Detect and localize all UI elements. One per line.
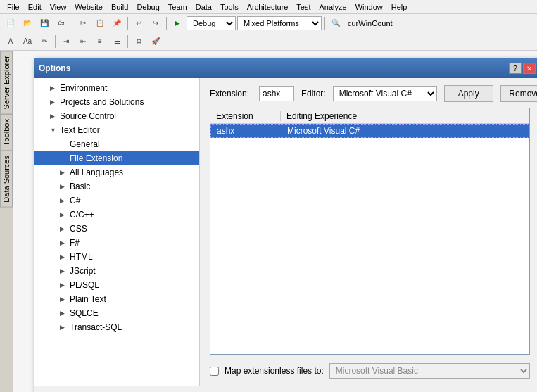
cut-btn[interactable]: ✂ xyxy=(75,15,91,31)
table-row[interactable]: ashx Microsoft Visual C# xyxy=(210,124,529,138)
menu-debug[interactable]: Debug xyxy=(132,3,163,11)
apply-button[interactable]: Apply xyxy=(444,85,493,102)
right-panel: Extension: Editor: Microsoft Visual C# M… xyxy=(200,78,537,386)
table-cell-editor: Microsoft Visual C# xyxy=(282,126,529,136)
tree-label-css: CSS xyxy=(70,224,87,234)
copy-btn[interactable]: 📋 xyxy=(92,15,108,31)
tree-item-source-control[interactable]: ▶ Source Control xyxy=(34,109,199,123)
menu-data[interactable]: Data xyxy=(191,3,216,11)
tree-label-jscript: JScript xyxy=(70,266,96,276)
tree-item-cpp[interactable]: ▶ C/C++ xyxy=(34,208,199,222)
dialog-buttons: OK Cancel xyxy=(34,386,537,392)
menu-tools[interactable]: Tools xyxy=(216,3,243,11)
options-dialog: Options ? ✕ ▶ Environment ▶ Projects and… xyxy=(34,58,537,392)
arrow-transact-sql: ▶ xyxy=(60,324,70,331)
open-btn[interactable]: 📂 xyxy=(20,15,35,31)
toolbar-row-1: 📄 📂 💾 🗂 ✂ 📋 📌 ↩ ↪ ▶ Debug Mixed Platform… xyxy=(0,14,537,32)
tree-label-cpp: C/C++ xyxy=(70,210,94,220)
arrow-basic: ▶ xyxy=(60,183,70,190)
tree-item-transact-sql[interactable]: ▶ Transact-SQL xyxy=(34,320,199,334)
menu-bar: File Edit View Website Build Debug Team … xyxy=(0,0,537,14)
menu-test[interactable]: Test xyxy=(292,3,315,11)
tree-item-all-languages[interactable]: ▶ All Languages xyxy=(34,165,199,179)
save-all-btn[interactable]: 🗂 xyxy=(53,15,69,31)
deploy-btn[interactable]: 🚀 xyxy=(148,34,163,49)
left-panels: Server Explorer Toolbox Data Sources xyxy=(0,51,13,392)
toolbox-tab[interactable]: Toolbox xyxy=(0,114,13,151)
extension-input[interactable] xyxy=(259,86,294,101)
outdent-btn[interactable]: ⇤ xyxy=(75,34,91,49)
tree-item-projects-solutions[interactable]: ▶ Projects and Solutions xyxy=(34,95,199,109)
menu-help[interactable]: Help xyxy=(387,3,412,11)
menu-analyze[interactable]: Analyze xyxy=(315,3,351,11)
tree-item-jscript[interactable]: ▶ JScript xyxy=(34,264,199,278)
menu-team[interactable]: Team xyxy=(164,3,191,11)
dialog-help-btn[interactable]: ? xyxy=(509,63,522,74)
data-sources-tab[interactable]: Data Sources xyxy=(0,151,13,208)
editor-dropdown[interactable]: Microsoft Visual C# Microsoft Visual Bas… xyxy=(333,86,437,101)
tree-label-all-languages: All Languages xyxy=(70,167,123,177)
tree-item-text-editor[interactable]: ▼ Text Editor xyxy=(34,123,199,137)
redo-btn[interactable]: ↪ xyxy=(148,15,163,31)
tree-item-file-extension[interactable]: File Extension xyxy=(34,151,199,165)
tree-label-environment: Environment xyxy=(60,83,107,93)
menu-view[interactable]: View xyxy=(46,3,71,11)
tree-item-environment[interactable]: ▶ Environment xyxy=(34,81,199,95)
tree-item-html[interactable]: ▶ HTML xyxy=(34,250,199,264)
sep5 xyxy=(55,35,56,48)
tree-item-plsql[interactable]: ▶ PL/SQL xyxy=(34,278,199,292)
build-btn[interactable]: ⚙ xyxy=(131,34,146,49)
arrow-all-languages: ▶ xyxy=(60,169,70,176)
format-btn2[interactable]: Aa xyxy=(20,34,35,49)
tree-item-csharp[interactable]: ▶ C# xyxy=(34,194,199,208)
tree-item-css[interactable]: ▶ CSS xyxy=(34,222,199,236)
map-dropdown[interactable]: Microsoft Visual Basic Microsoft Visual … xyxy=(329,363,530,379)
arrow-projects: ▶ xyxy=(50,99,60,106)
indent-btn[interactable]: ⇥ xyxy=(58,34,74,49)
format-btn3[interactable]: ✏ xyxy=(37,34,52,49)
paste-btn[interactable]: 📌 xyxy=(109,15,125,31)
tree-label-html: HTML xyxy=(70,252,93,262)
arrow-jscript: ▶ xyxy=(60,267,70,274)
server-explorer-tab[interactable]: Server Explorer xyxy=(0,51,13,114)
table-body: ashx Microsoft Visual C# xyxy=(210,124,529,354)
dialog-title: Options xyxy=(39,63,70,73)
menu-file[interactable]: File xyxy=(3,3,24,11)
toolbar-row-2: A Aa ✏ ⇥ ⇤ ≡ ☰ ⚙ 🚀 xyxy=(0,32,537,51)
debug-dropdown[interactable]: Debug xyxy=(187,16,236,30)
menu-edit[interactable]: Edit xyxy=(24,3,46,11)
start-btn[interactable]: ▶ xyxy=(170,15,185,31)
new-project-btn[interactable]: 📄 xyxy=(3,15,18,31)
tree-label-fsharp: F# xyxy=(70,238,80,248)
extension-label: Extension: xyxy=(210,89,252,99)
tree-item-sqlce[interactable]: ▶ SQLCE xyxy=(34,306,199,320)
menu-window[interactable]: Window xyxy=(351,3,387,11)
undo-btn[interactable]: ↩ xyxy=(131,15,146,31)
tree-item-basic[interactable]: ▶ Basic xyxy=(34,179,199,194)
menu-website[interactable]: Website xyxy=(70,3,107,11)
menu-architecture[interactable]: Architecture xyxy=(243,3,293,11)
tree-item-fsharp[interactable]: ▶ F# xyxy=(34,236,199,250)
dialog-close-btn[interactable]: ✕ xyxy=(523,63,536,74)
save-btn[interactable]: 💾 xyxy=(37,15,52,31)
format-btn1[interactable]: A xyxy=(3,34,18,49)
remove-button[interactable]: Remove xyxy=(500,85,537,102)
menu-build[interactable]: Build xyxy=(107,3,132,11)
platform-dropdown[interactable]: Mixed Platforms xyxy=(237,16,322,30)
col-editor-header: Editing Experience xyxy=(281,111,529,121)
tree-label-text-editor: Text Editor xyxy=(60,125,100,135)
arrow-source-control: ▶ xyxy=(50,113,60,120)
arrow-text-editor: ▼ xyxy=(50,127,60,134)
dialog-titlebar: Options ? ✕ xyxy=(34,58,537,78)
tree-item-plaintext[interactable]: ▶ Plain Text xyxy=(34,292,199,306)
main-area: Options ? ✕ ▶ Environment ▶ Projects and… xyxy=(13,51,537,392)
list-btn[interactable]: ≡ xyxy=(92,34,108,49)
list2-btn[interactable]: ☰ xyxy=(109,34,125,49)
arrow-plaintext: ▶ xyxy=(60,296,70,303)
tree-item-general[interactable]: General xyxy=(34,137,199,151)
tree-panel: ▶ Environment ▶ Projects and Solutions ▶… xyxy=(34,78,200,386)
arrow-sqlce: ▶ xyxy=(60,310,70,317)
tree-label-plaintext: Plain Text xyxy=(70,294,106,304)
find-btn[interactable]: 🔍 xyxy=(328,15,343,31)
map-checkbox[interactable] xyxy=(210,367,219,376)
